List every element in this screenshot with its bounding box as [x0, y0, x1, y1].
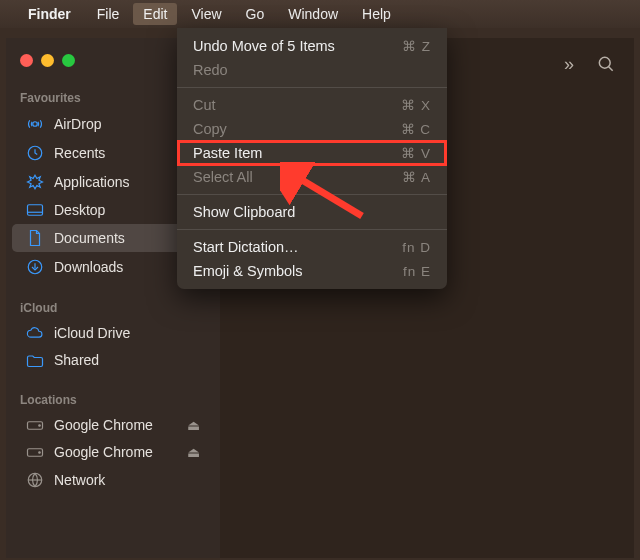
overflow-icon[interactable]: » — [564, 54, 574, 75]
menu-go[interactable]: Go — [236, 3, 275, 25]
menu-file[interactable]: File — [87, 3, 130, 25]
shortcut: fn E — [403, 264, 431, 279]
shortcut: ⌘ Z — [402, 38, 431, 54]
sidebar-item-label: iCloud Drive — [54, 325, 130, 341]
svg-point-6 — [39, 424, 41, 426]
menu-item-start-dictation[interactable]: Start Dictation… fn D — [177, 235, 447, 259]
shortcut: ⌘ A — [402, 169, 431, 185]
shortcut: fn D — [402, 240, 431, 255]
menu-item-label: Redo — [193, 62, 228, 78]
menu-item-redo: Redo — [177, 58, 447, 82]
icloud-icon — [26, 326, 44, 340]
sidebar-item-disk[interactable]: Google Chrome ⏏ — [12, 412, 214, 438]
shortcut: ⌘ C — [401, 121, 432, 137]
menu-item-copy: Copy ⌘ C — [177, 117, 447, 141]
menu-edit[interactable]: Edit — [133, 3, 177, 25]
menu-item-label: Start Dictation… — [193, 239, 299, 255]
svg-rect-2 — [28, 205, 43, 216]
shortcut: ⌘ V — [401, 145, 431, 161]
menu-item-label: Undo Move of 5 Items — [193, 38, 335, 54]
menu-item-label: Cut — [193, 97, 216, 113]
desktop-icon — [26, 203, 44, 217]
menu-item-label: Paste Item — [193, 145, 262, 161]
menu-item-label: Emoji & Symbols — [193, 263, 303, 279]
menu-separator — [177, 194, 447, 195]
sidebar-item-network[interactable]: Network — [12, 466, 214, 494]
airdrop-icon — [26, 115, 44, 133]
app-name[interactable]: Finder — [20, 3, 79, 25]
section-icloud: iCloud — [6, 295, 220, 319]
shared-folder-icon — [26, 353, 44, 368]
sidebar-item-shared[interactable]: Shared — [12, 347, 214, 373]
svg-point-10 — [599, 57, 610, 68]
document-icon — [26, 229, 44, 247]
disk-icon — [26, 420, 44, 431]
sidebar-item-icloud-drive[interactable]: iCloud Drive — [12, 320, 214, 346]
close-button[interactable] — [20, 54, 33, 67]
sidebar-item-label: Downloads — [54, 259, 123, 275]
menu-separator — [177, 87, 447, 88]
menu-separator — [177, 229, 447, 230]
menu-window[interactable]: Window — [278, 3, 348, 25]
fullscreen-button[interactable] — [62, 54, 75, 67]
menu-item-undo[interactable]: Undo Move of 5 Items ⌘ Z — [177, 34, 447, 58]
disk-icon — [26, 447, 44, 458]
minimize-button[interactable] — [41, 54, 54, 67]
sidebar-item-label: Recents — [54, 145, 105, 161]
search-icon[interactable] — [596, 54, 616, 74]
sidebar-item-disk[interactable]: Google Chrome ⏏ — [12, 439, 214, 465]
sidebar-item-label: Google Chrome — [54, 417, 153, 433]
sidebar-item-label: Desktop — [54, 202, 105, 218]
menu-item-show-clipboard[interactable]: Show Clipboard — [177, 200, 447, 224]
sidebar-item-label: Shared — [54, 352, 99, 368]
network-icon — [26, 471, 44, 489]
downloads-icon — [26, 258, 44, 276]
menubar: Finder File Edit View Go Window Help — [0, 0, 640, 28]
svg-point-0 — [33, 122, 38, 127]
sidebar-item-label: Network — [54, 472, 105, 488]
menu-item-paste[interactable]: Paste Item ⌘ V — [177, 140, 447, 166]
menu-item-label: Copy — [193, 121, 227, 137]
menu-item-label: Show Clipboard — [193, 204, 295, 220]
menu-item-emoji[interactable]: Emoji & Symbols fn E — [177, 259, 447, 283]
menu-item-label: Select All — [193, 169, 253, 185]
sidebar-item-label: Applications — [54, 174, 130, 190]
clock-icon — [26, 144, 44, 162]
eject-icon[interactable]: ⏏ — [187, 417, 200, 433]
sidebar-item-label: Documents — [54, 230, 125, 246]
menu-item-select-all: Select All ⌘ A — [177, 165, 447, 189]
svg-line-11 — [609, 67, 613, 71]
section-locations: Locations — [6, 387, 220, 411]
eject-icon[interactable]: ⏏ — [187, 444, 200, 460]
sidebar-item-label: Google Chrome — [54, 444, 153, 460]
menu-help[interactable]: Help — [352, 3, 401, 25]
menu-view[interactable]: View — [181, 3, 231, 25]
svg-point-8 — [39, 451, 41, 453]
applications-icon — [26, 173, 44, 191]
sidebar-item-label: AirDrop — [54, 116, 101, 132]
edit-dropdown: Undo Move of 5 Items ⌘ Z Redo Cut ⌘ X Co… — [177, 28, 447, 289]
menu-item-cut: Cut ⌘ X — [177, 93, 447, 117]
shortcut: ⌘ X — [401, 97, 431, 113]
